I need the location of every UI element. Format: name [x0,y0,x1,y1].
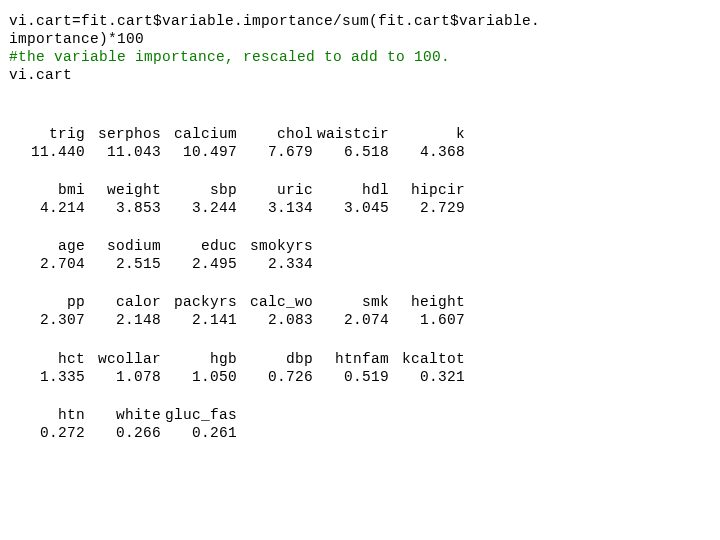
output-row: agesodiumeducsmokyrs [9,237,711,255]
output-cell: dbp [237,350,313,368]
output-cell: chol [237,125,313,143]
output-cell [313,255,389,273]
output-cell: kcaltot [389,350,465,368]
output-cell: calc_wo [237,293,313,311]
output-cell: smk [313,293,389,311]
output-cell [389,255,465,273]
output-cell: 10.497 [161,143,237,161]
output-cell: 3.244 [161,199,237,217]
output-cell: 2.704 [9,255,85,273]
output-cell: gluc_fas [161,406,237,424]
output-cell: 3.045 [313,199,389,217]
output-cell: 2.729 [389,199,465,217]
output-cell: 7.679 [237,143,313,161]
output-cell: hct [9,350,85,368]
output-cell: uric [237,181,313,199]
output-cell: age [9,237,85,255]
output-cell: hdl [313,181,389,199]
output-cell: 11.043 [85,143,161,161]
output-cell [313,424,389,442]
output-row: ppcalorpackyrscalc_wosmkheight [9,293,711,311]
output-cell: 2.141 [161,311,237,329]
output-cell: packyrs [161,293,237,311]
output-cell: 1.607 [389,311,465,329]
output-cell: 2.074 [313,311,389,329]
output-cell: 0.261 [161,424,237,442]
output-cell [313,406,389,424]
r-output-block: trigserphoscalciumcholwaistcirk11.44011.… [9,105,711,443]
output-row: 2.7042.5152.4952.334 [9,255,711,273]
output-cell [313,237,389,255]
output-cell: sbp [161,181,237,199]
output-cell: 6.518 [313,143,389,161]
output-cell: 2.307 [9,311,85,329]
output-cell: 4.368 [389,143,465,161]
output-row: htnwhitegluc_fas [9,406,711,424]
output-cell: 0.266 [85,424,161,442]
code-line-1: vi.cart=fit.cart$variable.importance/sum… [9,12,711,30]
output-cell: 3.134 [237,199,313,217]
output-cell: educ [161,237,237,255]
code-comment: #the variable importance, rescaled to ad… [9,48,711,66]
output-cell: 0.519 [313,368,389,386]
output-cell: 0.272 [9,424,85,442]
output-cell: 0.726 [237,368,313,386]
output-cell: 0.321 [389,368,465,386]
output-cell: 2.515 [85,255,161,273]
output-row: 0.2720.2660.261 [9,424,711,442]
output-cell: waistcir [313,125,389,143]
output-cell: 2.148 [85,311,161,329]
code-line-2: importance)*100 [9,30,711,48]
output-cell: 3.853 [85,199,161,217]
output-cell: white [85,406,161,424]
output-row: 11.44011.04310.4977.6796.5184.368 [9,143,711,161]
output-cell [237,406,313,424]
output-cell: 2.083 [237,311,313,329]
output-cell: height [389,293,465,311]
output-cell: k [389,125,465,143]
output-cell: 4.214 [9,199,85,217]
output-cell: 1.078 [85,368,161,386]
output-cell [389,424,465,442]
output-row: 1.3351.0781.0500.7260.5190.321 [9,368,711,386]
output-cell: trig [9,125,85,143]
output-cell: pp [9,293,85,311]
output-cell: hipcir [389,181,465,199]
output-row: hctwcollarhgbdbphtnfamkcaltot [9,350,711,368]
output-cell: 11.440 [9,143,85,161]
output-cell: weight [85,181,161,199]
output-cell: wcollar [85,350,161,368]
output-cell: hgb [161,350,237,368]
output-cell: htnfam [313,350,389,368]
output-cell: 1.050 [161,368,237,386]
output-row: trigserphoscalciumcholwaistcirk [9,125,711,143]
output-row: 2.3072.1482.1412.0832.0741.607 [9,311,711,329]
output-cell [237,424,313,442]
output-row: bmiweightsbpurichdlhipcir [9,181,711,199]
output-cell: smokyrs [237,237,313,255]
code-line-3: vi.cart [9,66,711,84]
output-cell: 1.335 [9,368,85,386]
output-cell: calcium [161,125,237,143]
output-cell [389,237,465,255]
output-cell [389,406,465,424]
output-cell: bmi [9,181,85,199]
output-cell: htn [9,406,85,424]
output-cell: sodium [85,237,161,255]
output-cell: 2.334 [237,255,313,273]
output-cell: calor [85,293,161,311]
output-cell: 2.495 [161,255,237,273]
output-cell: serphos [85,125,161,143]
output-row: 4.2143.8533.2443.1343.0452.729 [9,199,711,217]
